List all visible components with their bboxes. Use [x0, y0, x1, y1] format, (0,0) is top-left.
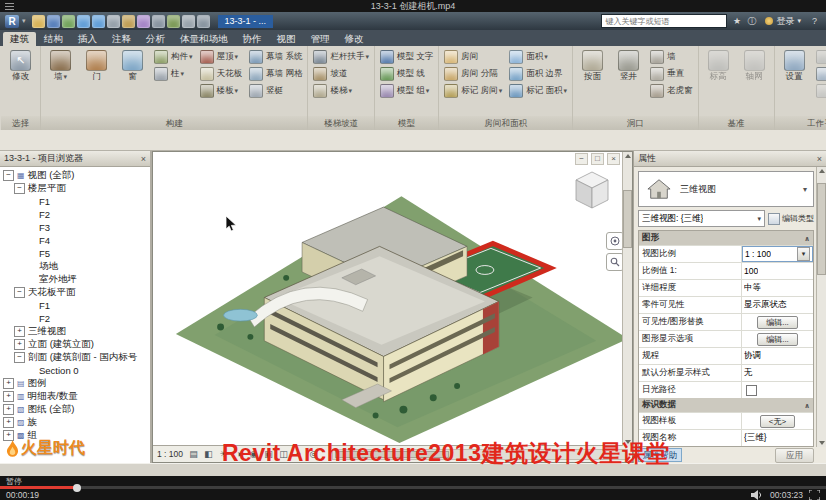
set-work-plane-button[interactable]: 设置 [778, 48, 811, 81]
ribbon-tab-manage[interactable]: 管理 [304, 32, 337, 46]
revit-app-icon[interactable]: R [5, 15, 19, 28]
area-boundary-button[interactable]: 面积 边界 [507, 65, 569, 82]
tree-item-groups[interactable]: +▩组 [0, 429, 150, 442]
minimize-view-icon[interactable]: − [575, 153, 588, 165]
ribbon-tab-modify-tab[interactable]: 修改 [338, 32, 371, 46]
tree-item-site[interactable]: 场地 [0, 260, 150, 273]
tree-item-section-0[interactable]: Section 0 [0, 364, 150, 377]
ribbon-tab-massing-site[interactable]: 体量和场地 [173, 32, 235, 46]
collapse-icon[interactable]: − [14, 352, 25, 363]
view-scale-value[interactable]: 1 : 100 [742, 246, 813, 262]
type-selector[interactable]: 三维视图 ▾ [638, 171, 814, 207]
apply-button[interactable]: 应用 [775, 448, 814, 463]
discipline-value[interactable]: 协调 [742, 348, 813, 364]
close-icon[interactable]: × [817, 154, 822, 164]
hide-isolate-icon[interactable]: ● [292, 448, 305, 461]
vg-overrides-value[interactable]: 编辑... [742, 314, 813, 330]
tag-area-button[interactable]: 标记 面积 [507, 82, 569, 99]
volume-icon[interactable] [751, 490, 764, 500]
ribbon-tab-insert[interactable]: 插入 [71, 32, 104, 46]
railing-button[interactable]: 栏杆扶手 [311, 48, 371, 65]
crop-region-icon[interactable]: ◫ [277, 448, 290, 461]
scroll-thumb[interactable] [623, 190, 632, 248]
expand-icon[interactable]: + [3, 391, 14, 402]
tree-item-schedules[interactable]: +▥明细表/数量 [0, 390, 150, 403]
scroll-down-icon[interactable] [625, 440, 631, 444]
close-view-icon[interactable]: × [607, 153, 620, 165]
login-button[interactable]: 登录 ▾ [765, 15, 801, 28]
curtain-system-button[interactable]: 幕墙 系统 [247, 48, 304, 65]
section-graphics[interactable]: 图形 [639, 231, 813, 245]
properties-scrollbar[interactable] [816, 167, 826, 447]
analysis-display-value[interactable]: 无 [742, 365, 813, 381]
tree-item-ground[interactable]: 室外地坪 [0, 273, 150, 286]
tree-item-families[interactable]: +▨族 [0, 416, 150, 429]
scroll-up-icon[interactable] [625, 154, 631, 158]
tag-room-button[interactable]: 标记 房间 [442, 82, 504, 99]
column-button[interactable]: 柱 [152, 65, 195, 82]
view-template-value[interactable]: <无> [742, 413, 813, 429]
viewcube[interactable] [572, 170, 612, 214]
detail-level-icon[interactable]: ▤ [187, 448, 200, 461]
text-icon[interactable] [152, 15, 165, 28]
redo-icon[interactable] [92, 15, 105, 28]
expand-icon[interactable]: + [3, 417, 14, 428]
scroll-thumb[interactable] [335, 451, 449, 458]
close-icon[interactable]: × [141, 154, 146, 164]
ribbon-tab-view[interactable]: 视图 [270, 32, 303, 46]
view-name-value[interactable]: {三维} [742, 430, 813, 446]
vertical-scrollbar[interactable] [622, 152, 632, 446]
save-icon[interactable] [47, 15, 60, 28]
expand-icon[interactable]: + [14, 339, 25, 350]
collapse-icon[interactable]: − [14, 287, 25, 298]
edit-type-button[interactable]: 编辑类型 [768, 213, 814, 225]
parts-visibility-value[interactable]: 显示原状态 [742, 297, 813, 313]
room-separator-button[interactable]: 房间 分隔 [442, 65, 504, 82]
tree-item-sheets[interactable]: +▧图纸 (全部) [0, 403, 150, 416]
undo-icon[interactable] [77, 15, 90, 28]
graphic-display-value[interactable]: 编辑... [742, 331, 813, 347]
open-icon[interactable] [32, 15, 45, 28]
detail-level-value[interactable]: 中等 [742, 280, 813, 296]
reveal-hidden-icon[interactable]: ◎ [307, 448, 320, 461]
scroll-down-icon[interactable] [819, 441, 825, 445]
tree-item-elevations[interactable]: +立面 (建筑立面) [0, 338, 150, 351]
section-icon[interactable] [182, 15, 195, 28]
window-button[interactable]: 窗 [116, 48, 149, 81]
tree-item-f1[interactable]: F1 [0, 195, 150, 208]
tree-item-sections[interactable]: −剖面 (建筑剖面 - 国内标号 [0, 351, 150, 364]
view-template-button[interactable]: <无> [760, 415, 795, 428]
scale-value-value[interactable]: 100 [742, 263, 813, 279]
vg-overrides-button[interactable]: 编辑... [757, 316, 798, 329]
collapse-icon[interactable]: − [14, 183, 25, 194]
ramp-button[interactable]: 坡道 [311, 65, 371, 82]
tree-item-cf1[interactable]: F1 [0, 299, 150, 312]
mullion-button[interactable]: 竖梃 [247, 82, 304, 99]
tree-item-f5[interactable]: F5 [0, 247, 150, 260]
ribbon-tab-analyze[interactable]: 分析 [139, 32, 172, 46]
fullscreen-icon[interactable] [809, 490, 820, 500]
tree-item-views[interactable]: −▦视图 (全部) [0, 169, 150, 182]
door-button[interactable]: 门 [80, 48, 113, 81]
tree-item-ceiling-plans[interactable]: −天花板平面 [0, 286, 150, 299]
area-button[interactable]: 面积 [507, 48, 569, 65]
visual-style-icon[interactable]: ◧ [202, 448, 215, 461]
stair-button[interactable]: 楼梯 [311, 82, 371, 99]
help-icon[interactable]: ? [808, 15, 821, 28]
print-icon[interactable] [107, 15, 120, 28]
tree-item-f3[interactable]: F3 [0, 221, 150, 234]
room-button[interactable]: 房间 [442, 48, 504, 65]
crop-view-icon[interactable]: ▣ [262, 448, 275, 461]
modify-button[interactable]: ↖修改 [4, 48, 37, 81]
measure-icon[interactable] [122, 15, 135, 28]
ceiling-button[interactable]: 天花板 [198, 65, 245, 82]
tree-item-3d-views[interactable]: +三维视图 [0, 325, 150, 338]
dormer-button[interactable]: 老虎窗 [648, 82, 695, 99]
section-identity[interactable]: 标识数据 [639, 398, 813, 412]
properties-help-button[interactable]: 属性帮助 [638, 448, 682, 462]
tree-item-legends[interactable]: +▤图例 [0, 377, 150, 390]
horizontal-scrollbar[interactable] [332, 449, 628, 460]
model-text-button[interactable]: 模型 文字 [378, 48, 435, 65]
tree-item-floor-plans[interactable]: −楼层平面 [0, 182, 150, 195]
scroll-up-icon[interactable] [819, 169, 825, 173]
